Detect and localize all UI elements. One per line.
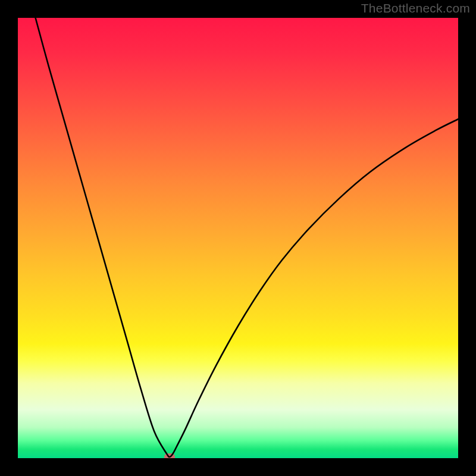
curve-path	[36, 18, 458, 457]
watermark-text: TheBottleneck.com	[361, 1, 470, 15]
chart-frame: TheBottleneck.com	[0, 0, 476, 476]
plot-area	[18, 18, 458, 458]
bottleneck-curve	[18, 18, 458, 458]
